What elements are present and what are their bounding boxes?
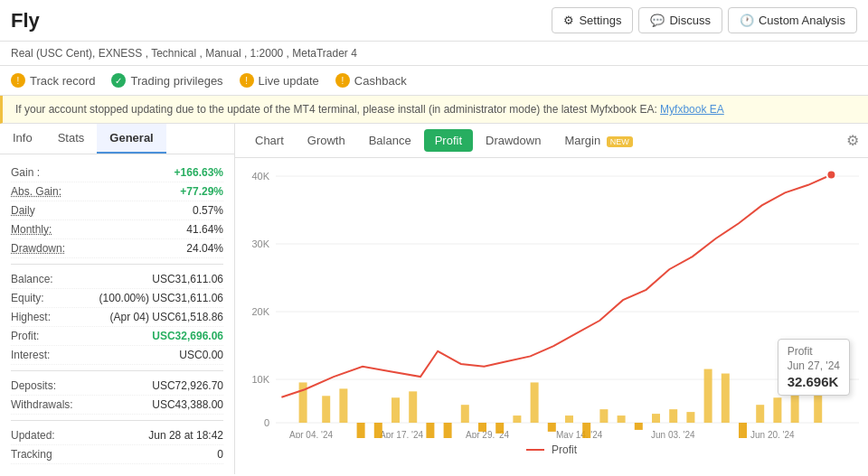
chart-svg: 40K 30K 20K 10K 0 Apr 04, '24 Apr 17, '2… bbox=[244, 167, 859, 438]
svg-text:0: 0 bbox=[264, 417, 269, 428]
svg-rect-38 bbox=[686, 412, 694, 423]
stat-value: USC32,696.06 bbox=[152, 330, 223, 342]
subtitle: Real (USC Cent), EXNESS , Technical , Ma… bbox=[0, 42, 868, 66]
new-badge: NEW bbox=[607, 136, 633, 147]
stat-row: Gain :+166.63% bbox=[11, 163, 223, 182]
svg-rect-41 bbox=[739, 423, 747, 438]
stat-row: Abs. Gain:+77.29% bbox=[11, 182, 223, 201]
warning-icon: ! bbox=[11, 73, 25, 88]
svg-rect-21 bbox=[392, 397, 400, 423]
stat-value: USC31,611.06 bbox=[152, 273, 223, 285]
svg-rect-19 bbox=[357, 423, 365, 438]
svg-rect-29 bbox=[531, 382, 539, 423]
stat-row: Updated:Jun 28 at 18:42 bbox=[11, 426, 223, 445]
svg-rect-25 bbox=[461, 405, 469, 423]
stat-label: Deposits: bbox=[11, 379, 56, 392]
stat-label: Tracking bbox=[11, 448, 52, 461]
alert-link[interactable]: Myfxbook EA bbox=[660, 103, 724, 116]
tab-info[interactable]: Info bbox=[0, 124, 45, 154]
custom-analysis-button[interactable]: 🕐 Custom Analysis bbox=[728, 7, 857, 33]
svg-text:Jun 03, '24: Jun 03, '24 bbox=[651, 430, 695, 438]
stat-value: (Apr 04) USC61,518.86 bbox=[110, 311, 223, 323]
svg-rect-31 bbox=[565, 415, 573, 423]
stat-row: Profit:USC32,696.06 bbox=[11, 327, 223, 346]
right-panel: Chart Growth Balance Profit Drawdown Mar… bbox=[235, 124, 868, 474]
stat-value: Jun 28 at 18:42 bbox=[148, 429, 223, 442]
alert-banner: If your account stopped updating due to … bbox=[0, 96, 868, 124]
svg-rect-42 bbox=[756, 405, 764, 423]
filter-icon[interactable]: ⚙ bbox=[846, 132, 859, 149]
settings-button[interactable]: ⚙ Settings bbox=[552, 7, 633, 33]
left-panel: Info Stats General Gain :+166.63%Abs. Ga… bbox=[0, 124, 235, 474]
stat-row: Interest:USC0.00 bbox=[11, 346, 223, 365]
svg-text:Apr 04, '24: Apr 04, '24 bbox=[289, 430, 333, 438]
chart-tab-growth[interactable]: Growth bbox=[297, 129, 356, 152]
stats-content: Gain :+166.63%Abs. Gain:+77.29%Daily0.57… bbox=[0, 154, 234, 473]
chart-tab-group: Chart Growth Balance Profit Drawdown Mar… bbox=[244, 129, 644, 152]
tooltip-value: 32.696K bbox=[788, 374, 840, 389]
stat-value: USC0.00 bbox=[179, 349, 223, 361]
stat-row: Deposits:USC72,926.70 bbox=[11, 377, 223, 396]
svg-rect-33 bbox=[599, 409, 608, 423]
stat-value: USC43,388.00 bbox=[152, 398, 223, 411]
tab-general[interactable]: General bbox=[97, 124, 165, 154]
chart-tab-drawdown[interactable]: Drawdown bbox=[475, 129, 552, 152]
stat-label: Profit: bbox=[11, 330, 39, 342]
stat-value: +166.63% bbox=[175, 166, 223, 179]
chart-tab-chart[interactable]: Chart bbox=[244, 129, 295, 152]
svg-rect-36 bbox=[652, 414, 660, 423]
stat-row: Balance:USC31,611.06 bbox=[11, 270, 223, 289]
stat-value: 24.04% bbox=[186, 242, 223, 255]
stat-row: Withdrawals:USC43,388.00 bbox=[11, 396, 223, 415]
stat-label: Interest: bbox=[11, 349, 50, 361]
stat-value: 41.64% bbox=[186, 223, 223, 236]
svg-rect-27 bbox=[495, 423, 504, 434]
svg-text:40K: 40K bbox=[251, 171, 269, 182]
warning-icon-2: ! bbox=[240, 73, 254, 88]
tab-stats[interactable]: Stats bbox=[45, 124, 98, 154]
chart-tab-profit[interactable]: Profit bbox=[424, 129, 473, 152]
chart-area: 40K 30K 20K 10K 0 Apr 04, '24 Apr 17, '2… bbox=[235, 158, 868, 474]
stat-row: Daily0.57% bbox=[11, 201, 223, 220]
svg-rect-26 bbox=[478, 423, 486, 432]
svg-text:Apr 17, '24: Apr 17, '24 bbox=[380, 430, 423, 438]
stat-label: Abs. Gain: bbox=[11, 185, 61, 198]
tag-track-record: ! Track record bbox=[11, 73, 95, 88]
svg-rect-32 bbox=[582, 423, 590, 438]
chart-tooltip: Profit Jun 27, '24 32.696K bbox=[778, 339, 850, 396]
left-tab-group: Info Stats General bbox=[0, 124, 234, 154]
tooltip-date: Jun 27, '24 bbox=[788, 359, 840, 372]
discuss-button[interactable]: 💬 Discuss bbox=[638, 7, 722, 33]
check-icon: ✓ bbox=[111, 73, 126, 88]
svg-rect-43 bbox=[773, 397, 781, 423]
svg-rect-24 bbox=[444, 423, 452, 438]
svg-text:May 14, '24: May 14, '24 bbox=[556, 430, 603, 438]
stat-row: Highest:(Apr 04) USC61,518.86 bbox=[11, 308, 223, 327]
svg-rect-20 bbox=[374, 423, 382, 438]
legend-label: Profit bbox=[552, 443, 577, 456]
stat-row: Equity:(100.00%) USC31,611.06 bbox=[11, 289, 223, 308]
stat-row: Tracking0 bbox=[11, 445, 223, 464]
svg-rect-34 bbox=[618, 415, 626, 423]
stat-value: 0.57% bbox=[193, 204, 223, 217]
svg-rect-23 bbox=[426, 423, 434, 438]
stat-row: Monthly:41.64% bbox=[11, 220, 223, 239]
discuss-icon: 💬 bbox=[650, 14, 665, 27]
svg-rect-28 bbox=[513, 415, 521, 423]
chart-tab-margin[interactable]: Margin NEW bbox=[553, 129, 643, 152]
header: Fly ⚙ Settings 💬 Discuss 🕐 Custom Analys… bbox=[0, 0, 868, 42]
svg-rect-35 bbox=[635, 423, 643, 430]
tag-cashback: ! Cashback bbox=[335, 73, 407, 88]
chart-tab-balance[interactable]: Balance bbox=[358, 129, 422, 152]
chart-tab-bar: Chart Growth Balance Profit Drawdown Mar… bbox=[235, 124, 868, 158]
stat-label: Balance: bbox=[11, 273, 53, 285]
stat-label: Equity: bbox=[11, 292, 44, 304]
svg-text:10K: 10K bbox=[251, 374, 269, 385]
svg-text:Jun 20, '24: Jun 20, '24 bbox=[750, 430, 795, 438]
main-content: Info Stats General Gain :+166.63%Abs. Ga… bbox=[0, 124, 868, 474]
legend-line-icon bbox=[526, 449, 544, 451]
tooltip-label: Profit bbox=[788, 345, 840, 358]
tags-row: ! Track record ✓ Trading privileges ! Li… bbox=[0, 66, 868, 96]
svg-rect-39 bbox=[704, 369, 712, 423]
stat-value: USC72,926.70 bbox=[152, 379, 223, 392]
